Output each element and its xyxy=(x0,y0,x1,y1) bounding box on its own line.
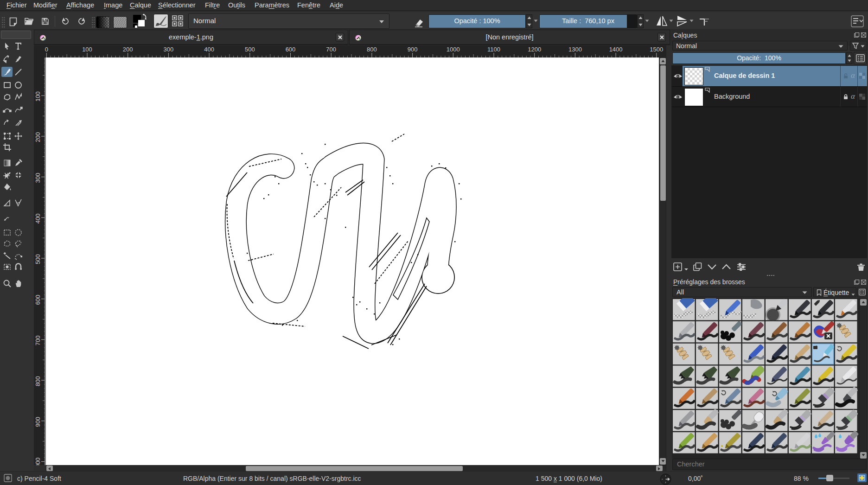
svg-text:700: 700 xyxy=(34,336,41,346)
svg-text:1200: 1200 xyxy=(528,46,541,53)
svg-text:1100: 1100 xyxy=(487,46,500,53)
svg-text:1000: 1000 xyxy=(447,46,460,53)
svg-text:400: 400 xyxy=(34,213,41,223)
svg-text:200: 200 xyxy=(34,132,41,142)
svg-text:300: 300 xyxy=(164,46,174,53)
svg-text:500: 500 xyxy=(34,254,41,264)
svg-text:1300: 1300 xyxy=(568,46,582,53)
svg-text:800: 800 xyxy=(367,46,377,53)
svg-text:900: 900 xyxy=(34,417,41,427)
svg-text:400: 400 xyxy=(204,46,214,53)
svg-text:0: 0 xyxy=(45,46,48,53)
svg-text:600: 600 xyxy=(286,46,296,53)
svg-text:1400: 1400 xyxy=(609,46,623,53)
svg-text:700: 700 xyxy=(326,46,336,53)
svg-text:000: 000 xyxy=(34,458,41,465)
svg-text:200: 200 xyxy=(123,46,133,53)
svg-text:900: 900 xyxy=(408,46,418,53)
svg-text:100: 100 xyxy=(82,46,92,53)
svg-text:300: 300 xyxy=(34,173,41,183)
svg-text:500: 500 xyxy=(245,46,255,53)
svg-text:100: 100 xyxy=(34,91,41,102)
svg-text:1500: 1500 xyxy=(650,46,663,53)
svg-text:600: 600 xyxy=(34,295,41,305)
svg-text:800: 800 xyxy=(34,376,41,386)
